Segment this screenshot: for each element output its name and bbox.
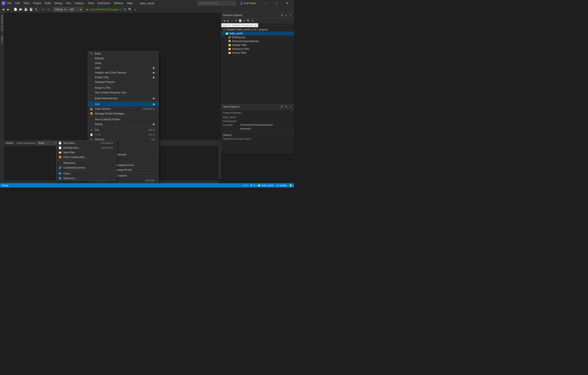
output-source-dropdown[interactable]: Build: [37, 141, 58, 145]
se-ext-deps-node[interactable]: 📦 External Dependencies: [221, 39, 294, 43]
ctx-clean[interactable]: Clean: [88, 61, 158, 65]
ctx-debug[interactable]: Debug ▶: [88, 122, 158, 126]
ctx-analyze[interactable]: Analyze and Code Cleanup ▶: [88, 70, 158, 75]
open-button[interactable]: 📂: [18, 7, 23, 12]
status-ready[interactable]: Ready: [2, 184, 9, 187]
prop-name-label: hello_world: [223, 116, 240, 119]
se-close-button[interactable]: ✕: [288, 13, 292, 17]
menu-analyze[interactable]: Analyze: [73, 1, 85, 6]
ctx-build-deps[interactable]: Build Dependencies ▶: [88, 96, 158, 101]
cut-icon: ✂: [89, 128, 94, 132]
menu-window[interactable]: Window: [112, 1, 125, 6]
se-toolbar: ◀ ▶ ⌂ 👁 🔄 ▼ 🔍 ⚙: [221, 18, 294, 23]
prop-name-key: (Name): [223, 134, 292, 137]
ctx-view[interactable]: View ▶: [88, 65, 158, 70]
platform-dropdown[interactable]: x86: [68, 7, 83, 12]
status-branch[interactable]: ⎇ master: [276, 184, 287, 187]
te-pin-button[interactable]: 📌: [280, 105, 284, 109]
te-close-button[interactable]: ✕: [288, 105, 292, 109]
properties-panel: Project Properties hello_world Namespace…: [221, 110, 294, 142]
status-errors[interactable]: ⚠ 0: [243, 184, 247, 187]
se-header-files-node[interactable]: 📁 Header Files: [221, 43, 294, 47]
menu-test[interactable]: Test: [64, 1, 73, 6]
ctx-startup[interactable]: Set as StartUp Project: [88, 117, 158, 122]
output-scrollbar[interactable]: [218, 146, 221, 179]
te-float-button[interactable]: ⊡: [284, 105, 288, 109]
resource-files-icon: 📁: [228, 48, 231, 51]
ctx-nuget[interactable]: 📦 Manage NuGet Packages...: [88, 111, 158, 116]
toolbox-tab[interactable]: Toolbox: [0, 33, 4, 46]
se-pin-button[interactable]: 📌: [280, 13, 284, 17]
maximize-button[interactable]: □: [272, 0, 282, 6]
submenu-existing-item[interactable]: 📄 Existing Item... Shift+Alt+A: [56, 145, 116, 150]
menu-view[interactable]: View: [22, 1, 31, 6]
se-refresh-btn[interactable]: 🔄: [238, 19, 242, 22]
publish-button[interactable]: 🔧: [34, 7, 39, 12]
ctx-class-wizard[interactable]: 🧙 Class Wizard... Ctrl+Shift+X: [88, 107, 158, 111]
remove-shortcut: Del: [151, 138, 155, 141]
left-panel: Server Explorer Toolbox: [0, 12, 4, 183]
ctx-project-only[interactable]: Project Only ▶: [88, 75, 158, 80]
toolbar-more[interactable]: »: [133, 7, 137, 12]
browse-button[interactable]: 🔍: [128, 7, 132, 12]
menu-debug[interactable]: Debug: [53, 1, 64, 6]
status-warnings[interactable]: ⚡ 3: [250, 184, 255, 187]
menu-tools[interactable]: Tools: [86, 1, 95, 6]
se-home-btn[interactable]: ⌂: [230, 19, 234, 22]
submenu-reference[interactable]: Reference...: [56, 161, 116, 165]
se-project-node[interactable]: 📁 hello_world: [221, 31, 294, 35]
ctx-scope[interactable]: Scope to This: [88, 85, 158, 90]
server-explorer-tab[interactable]: Server Explorer: [0, 12, 4, 33]
ctx-retarget[interactable]: Retarget Projects: [88, 80, 158, 84]
status-notifications[interactable]: 🔔: [289, 184, 292, 187]
close-button[interactable]: ✕: [282, 0, 292, 6]
save-all-button[interactable]: 💾: [29, 7, 33, 12]
menu-project[interactable]: Project: [31, 1, 43, 6]
submenu-new-filter[interactable]: 📁 New Filter: [56, 150, 116, 155]
ctx-build[interactable]: 🔨 Build: [88, 51, 158, 56]
se-resource-files-node[interactable]: 📁 Resource Files: [221, 47, 294, 51]
se-show-all-btn[interactable]: 👁: [234, 19, 238, 22]
se-back-btn[interactable]: ◀: [222, 19, 226, 22]
ctx-new-se-view[interactable]: New Solution Explorer View: [88, 90, 158, 95]
ctx-cut[interactable]: ✂ Cut Ctrl+X: [88, 128, 158, 132]
se-source-files-node[interactable]: 📁 Source Files: [221, 51, 294, 55]
se-float-button[interactable]: ⊡: [284, 13, 288, 17]
submenu-new-item[interactable]: 📄 New Item... Ctrl+Shift+A: [56, 141, 116, 145]
debug-config-dropdown[interactable]: Debug: [53, 7, 67, 12]
submenu-connected-service[interactable]: 🔗 Connected Service: [56, 165, 116, 170]
se-collapse-btn[interactable]: ▼: [242, 19, 246, 22]
menu-edit[interactable]: Edit: [13, 1, 21, 6]
attach-button[interactable]: 📎: [123, 7, 127, 12]
live-share-button[interactable]: 👤 Live Share: [238, 1, 258, 5]
menu-build[interactable]: Build: [43, 1, 52, 6]
menu-file[interactable]: File: [6, 1, 13, 6]
save-button[interactable]: 💾: [23, 7, 28, 12]
menu-extensions[interactable]: Extensions: [96, 1, 112, 6]
ctx-add[interactable]: Add ▶: [88, 102, 158, 107]
menu-help[interactable]: Help: [125, 1, 134, 6]
se-search-input[interactable]: [221, 23, 258, 27]
submenu-resource[interactable]: 🔷 Resource...: [56, 176, 116, 181]
undo-button[interactable]: ↩: [41, 7, 46, 12]
back-button[interactable]: ◀: [1, 7, 6, 12]
prop-namespace-label: Namespace: [223, 120, 240, 123]
search-input[interactable]: [197, 1, 236, 6]
source-files-icon: 📁: [228, 51, 231, 54]
redo-button[interactable]: ↪: [46, 7, 51, 12]
se-filter-btn[interactable]: 🔍: [246, 19, 250, 22]
status-project[interactable]: 📁 hello_world: [257, 184, 273, 187]
se-forward-btn[interactable]: ▶: [226, 19, 230, 22]
new-solution-button[interactable]: 📄: [13, 7, 18, 12]
se-references-node[interactable]: 🔗 References: [221, 35, 294, 39]
ctx-rebuild[interactable]: Rebuild: [88, 56, 158, 61]
submenu-class[interactable]: 🔷 Class...: [56, 171, 116, 176]
run-button[interactable]: ▶ Local Windows Debugger ▾: [85, 7, 122, 12]
forward-button[interactable]: ▶: [6, 7, 11, 12]
minimize-button[interactable]: ─: [261, 0, 271, 6]
submenu-cookiecutter[interactable]: 🍪 From Cookiecutter...: [56, 155, 116, 160]
se-props-btn[interactable]: ⚙: [251, 19, 254, 22]
svg-text:V: V: [2, 2, 4, 5]
status-bar: Ready ⚠ 0 ⚡ 3 📁 hello_world ⎇ master 🔔: [0, 183, 294, 187]
se-solution-node[interactable]: 🗂 Solution 'hello_world' (1 of 1 project…: [221, 28, 294, 31]
